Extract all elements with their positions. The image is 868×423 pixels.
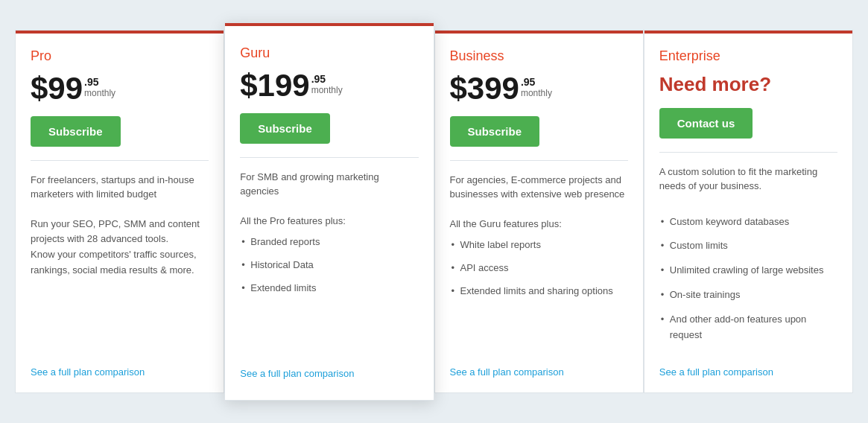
plan-card-business: Business $399 .95 monthly Subscribe For … [434,30,644,394]
price-main-guru: $199 [240,70,309,101]
plan-price-guru: $199 .95 monthly [240,70,418,101]
see-comparison-guru[interactable]: See a full plan comparison [240,368,418,379]
plan-card-enterprise: Enterprise Need more? Contact us A custo… [644,30,853,394]
plan-description-business: For agencies, E-commerce projects and bu… [450,173,628,202]
price-cents-guru: .95 [311,73,343,86]
plan-features-business: All the Guru features plus: White label … [450,217,628,352]
see-comparison-pro[interactable]: See a full plan comparison [31,366,209,378]
plan-name-business: Business [450,48,628,64]
subscribe-button-business[interactable]: Subscribe [450,116,540,147]
plan-description-pro: For freelancers, startups and in-house m… [31,173,209,202]
price-cents-pro: .95 [84,76,115,89]
subscribe-button-pro[interactable]: Subscribe [31,116,121,147]
divider-enterprise [659,152,837,153]
list-item: Branded reports [240,235,418,250]
price-period-pro: monthly [84,88,115,98]
features-list-enterprise: Custom keyword databases Custom limits U… [659,214,837,343]
features-list-business: White label reports API access Extended … [450,238,628,299]
plan-features-pro: Run your SEO, PPC, SMM and content proje… [31,217,209,352]
pricing-container: Pro $99 .95 monthly Subscribe For freela… [15,30,853,394]
price-period-business: monthly [521,88,552,98]
features-intro-guru: All the Pro features plus: [240,214,418,229]
plan-description-guru: For SMB and growing marketing agencies [240,170,418,199]
features-list-guru: Branded reports Historical Data Extended… [240,235,418,296]
plan-name-guru: Guru [240,45,418,61]
features-intro-business: All the Guru features plus: [450,217,628,232]
divider-business [450,160,628,161]
list-item: Historical Data [240,258,418,273]
price-cents-business: .95 [521,76,552,89]
price-main-business: $399 [450,73,519,104]
list-item: White label reports [450,238,628,253]
plan-card-pro: Pro $99 .95 monthly Subscribe For freela… [15,30,224,394]
list-item: Custom limits [659,238,837,254]
see-comparison-enterprise[interactable]: See a full plan comparison [659,366,837,378]
list-item: On-site trainings [659,287,837,303]
see-comparison-business[interactable]: See a full plan comparison [450,366,628,378]
need-more-heading: Need more? [659,73,837,96]
list-item: API access [450,261,628,276]
price-period-guru: monthly [311,85,343,95]
list-item: And other add-on features upon request [659,312,837,343]
plan-name-enterprise: Enterprise [659,48,837,64]
list-item: Extended limits and sharing options [450,284,628,299]
features-text-pro: Run your SEO, PPC, SMM and content proje… [31,217,209,279]
plan-features-guru: All the Pro features plus: Branded repor… [240,214,418,354]
plan-card-guru: Guru $199 .95 monthly Subscribe For SMB … [224,22,434,401]
divider-pro [31,160,209,161]
plan-price-pro: $99 .95 monthly [31,73,209,104]
list-item: Unlimited crawling of large websites [659,263,837,279]
plan-price-business: $399 .95 monthly [450,73,628,104]
plan-features-enterprise: Custom keyword databases Custom limits U… [659,209,837,352]
plan-description-enterprise: A custom solution to fit the marketing n… [659,165,837,194]
plan-name-pro: Pro [31,48,209,64]
divider-guru [240,157,418,158]
list-item: Custom keyword databases [659,214,837,230]
contact-button-enterprise[interactable]: Contact us [659,108,753,139]
price-main-pro: $99 [31,73,83,104]
list-item: Extended limits [240,281,418,296]
subscribe-button-guru[interactable]: Subscribe [240,113,330,144]
